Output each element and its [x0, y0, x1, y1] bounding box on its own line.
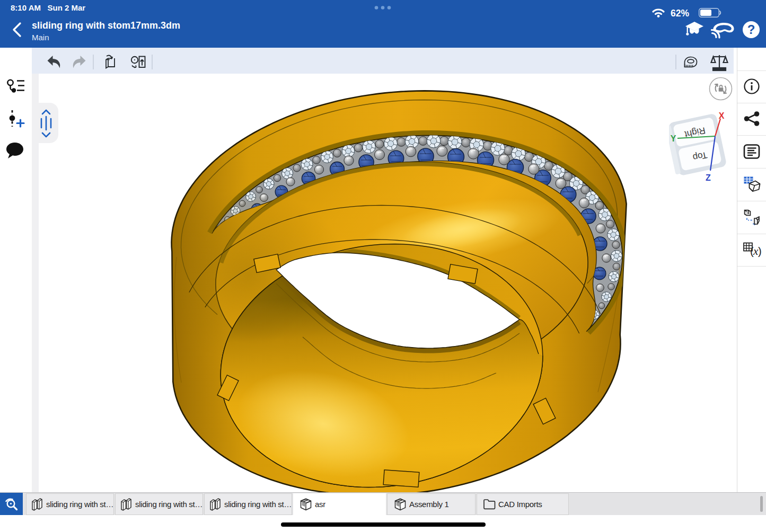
- svg-text:?: ?: [747, 22, 755, 37]
- svg-text:Y: Y: [671, 134, 676, 143]
- svg-text:Z: Z: [706, 173, 711, 182]
- svg-text:62%: 62%: [671, 8, 689, 19]
- svg-text:): ): [758, 245, 762, 257]
- svg-text:X: X: [719, 111, 725, 120]
